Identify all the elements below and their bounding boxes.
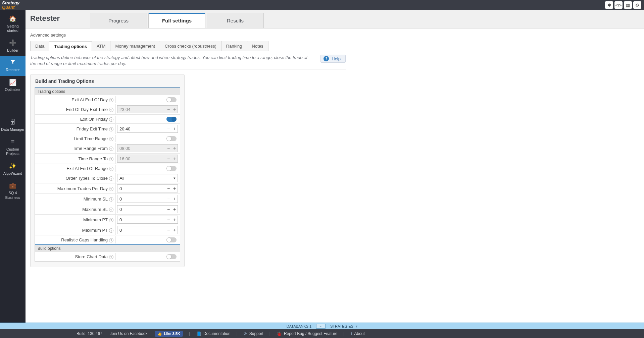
- rangeFrom-field: [117, 145, 165, 152]
- option-row-gaps: Realistic Gaps Handling?: [35, 235, 180, 244]
- subtab-atm[interactable]: ATM: [92, 41, 110, 51]
- orderTypes-select[interactable]: All▾: [117, 174, 178, 182]
- subtab-cross-checks-robustness-[interactable]: Cross checks (robustness): [160, 41, 221, 51]
- option-label: End Of Day Exit Time?: [35, 106, 115, 113]
- minus-button[interactable]: −: [165, 186, 171, 191]
- maxSL-input[interactable]: −+: [117, 205, 178, 213]
- limitRange-toggle[interactable]: [166, 136, 177, 141]
- help-icon[interactable]: ?: [109, 127, 113, 131]
- minPT-input[interactable]: −+: [117, 216, 178, 224]
- option-row-exitEndRange: Exit At End Of Range?: [35, 164, 180, 173]
- help-icon[interactable]: ?: [109, 197, 113, 202]
- plus-button[interactable]: +: [171, 126, 178, 131]
- footer-link-support[interactable]: ⟳Support: [244, 331, 263, 336]
- nav-icon: ≡: [1, 138, 25, 146]
- help-icon[interactable]: ?: [109, 157, 113, 161]
- exitEod-toggle[interactable]: [166, 97, 177, 102]
- subtab-money-management[interactable]: Money management: [110, 41, 160, 51]
- chevron-down-icon: ▾: [174, 176, 176, 180]
- minus-button[interactable]: −: [165, 227, 171, 233]
- help-icon[interactable]: ?: [109, 228, 113, 233]
- nav-icon: 💼: [1, 182, 25, 190]
- maxPT-field[interactable]: [117, 226, 165, 234]
- chevron-up-icon[interactable]: ︿: [316, 324, 326, 329]
- help-icon[interactable]: ?: [109, 147, 113, 151]
- footer-link-report-bug-suggest-feature[interactable]: 🐞Report Bug / Suggest Feature: [277, 331, 337, 336]
- help-icon[interactable]: ?: [109, 208, 113, 212]
- sidebar-item-retester[interactable]: Retester: [0, 56, 26, 76]
- option-label: Exit At End Of Range?: [35, 165, 115, 172]
- subtab-trading-options[interactable]: Trading options: [49, 41, 92, 51]
- plus-button[interactable]: +: [171, 227, 178, 233]
- sidebar-item-algowizard[interactable]: ✨AlgoWizard: [0, 159, 26, 179]
- nav-icon: 🏠: [1, 15, 25, 23]
- sidebar-item-data-manager[interactable]: 🗄Data Manager: [0, 115, 26, 135]
- help-icon[interactable]: ?: [109, 137, 113, 141]
- section-header: Build options: [35, 244, 180, 252]
- tab-results[interactable]: Results: [207, 13, 264, 28]
- exitEndRange-toggle[interactable]: [166, 166, 177, 171]
- build-label: Build: 130.467: [77, 331, 102, 336]
- footer-link-documentation[interactable]: 📘Documentation: [196, 331, 231, 336]
- help-icon[interactable]: ?: [109, 238, 113, 242]
- footer: Build: 130.467 Join Us on Facebook 👍Like…: [0, 329, 644, 338]
- plus-button[interactable]: +: [171, 207, 178, 212]
- minus-button: −: [165, 146, 171, 151]
- tab-full-settings[interactable]: Full settings: [148, 13, 205, 28]
- sidebar-item-optimizer[interactable]: 📈Optimizer: [0, 76, 26, 96]
- help-icon[interactable]: ?: [109, 187, 113, 191]
- maxSL-field[interactable]: [117, 206, 165, 213]
- fridayTime-input[interactable]: −+: [117, 125, 178, 133]
- maxPT-input[interactable]: −+: [117, 226, 178, 234]
- subtab-notes[interactable]: Notes: [247, 41, 268, 51]
- tab-progress[interactable]: Progress: [90, 13, 147, 28]
- like-button[interactable]: 👍Like 3.5K: [155, 331, 183, 337]
- header-row: Retester ProgressFull settingsResults: [26, 10, 644, 29]
- help-icon[interactable]: ?: [109, 255, 113, 259]
- minSL-field[interactable]: [117, 195, 165, 203]
- minSL-input[interactable]: −+: [117, 195, 178, 203]
- link-icon: 🐞: [277, 331, 282, 336]
- sidebar-item-builder[interactable]: ➕Builder: [0, 36, 26, 56]
- plus-button[interactable]: +: [171, 186, 178, 191]
- help-icon[interactable]: ?: [109, 167, 113, 171]
- help-icon[interactable]: ?: [109, 98, 113, 102]
- gaps-toggle[interactable]: [166, 237, 177, 242]
- minPT-field[interactable]: [117, 216, 165, 223]
- code-icon[interactable]: </>: [614, 1, 623, 9]
- help-button[interactable]: ? Help: [320, 55, 346, 63]
- option-row-rangeFrom: Time Range From?−+: [35, 143, 180, 154]
- gear-icon[interactable]: ⚙: [633, 1, 641, 9]
- option-label: Time Range To?: [35, 155, 115, 163]
- help-icon[interactable]: ?: [109, 176, 113, 181]
- option-label: Friday Exit Time?: [35, 125, 115, 133]
- sidebar-item-getting-started[interactable]: 🏠Gettingstarted: [0, 12, 26, 36]
- plus-button[interactable]: +: [171, 217, 178, 222]
- minus-button[interactable]: −: [165, 126, 171, 131]
- debug-icon[interactable]: ✱: [605, 1, 613, 9]
- sidebar-item-custom-projects[interactable]: ≡CustomProjects: [0, 135, 26, 159]
- minus-button[interactable]: −: [165, 207, 171, 212]
- option-label: Maximum SL?: [35, 206, 115, 213]
- option-row-minSL: Minimum SL?−+: [35, 194, 180, 204]
- databanks-bar[interactable]: DATABANKS 1 ︿ STRATEGIES: 7: [0, 323, 644, 329]
- maxTrades-input[interactable]: −+: [117, 184, 178, 192]
- minus-button[interactable]: −: [165, 217, 171, 222]
- help-icon[interactable]: ?: [109, 218, 113, 222]
- sidebar-item-sq-4-business[interactable]: 💼SQ 4 Business: [0, 179, 26, 203]
- subtab-ranking[interactable]: Ranking: [221, 41, 247, 51]
- exitFriday-toggle[interactable]: [166, 117, 177, 122]
- help-icon[interactable]: ?: [109, 108, 113, 112]
- grid-icon[interactable]: ▦: [624, 1, 632, 9]
- storeChart-toggle[interactable]: [166, 254, 177, 259]
- plus-button[interactable]: +: [171, 196, 178, 202]
- maxTrades-field[interactable]: [117, 185, 165, 192]
- eodTime-input: −+: [117, 105, 178, 113]
- fridayTime-field[interactable]: [117, 125, 165, 132]
- subtab-data[interactable]: Data: [30, 41, 49, 51]
- subtabs: DataTrading optionsATMMoney managementCr…: [30, 41, 639, 51]
- help-icon[interactable]: ?: [109, 117, 113, 122]
- footer-link-about[interactable]: ℹAbout: [350, 331, 364, 336]
- facebook-link[interactable]: Join Us on Facebook: [110, 331, 148, 336]
- minus-button[interactable]: −: [165, 196, 171, 202]
